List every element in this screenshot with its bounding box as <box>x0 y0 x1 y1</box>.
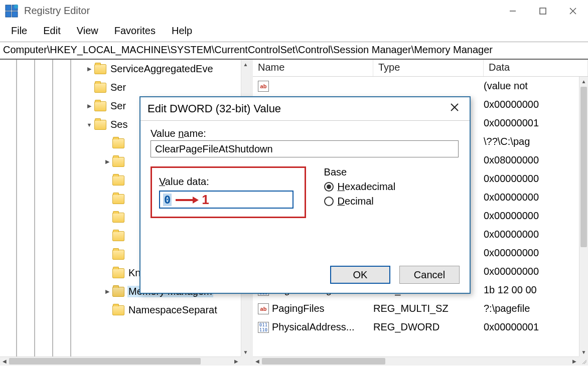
cell-data: \??\C:\pag <box>484 136 579 147</box>
maximize-button[interactable] <box>528 0 558 22</box>
list-vertical-scrollbar[interactable]: ▲ ▼ <box>579 77 588 356</box>
cell-data: 0x00000000 <box>484 210 579 222</box>
folder-icon <box>94 83 106 93</box>
cell-data: 0x00000000 <box>484 266 579 277</box>
scroll-up-icon[interactable]: ▲ <box>579 77 588 86</box>
close-button[interactable] <box>558 0 588 22</box>
menu-view[interactable]: View <box>70 24 105 38</box>
folder-icon <box>112 268 124 278</box>
scroll-up-icon[interactable]: ▲ <box>241 60 250 69</box>
title-bar: Registry Editor <box>0 0 588 22</box>
list-row[interactable]: 011110PhysicalAddress...REG_DWORD0x00000… <box>253 318 579 336</box>
window-title: Registry Editor <box>24 5 498 17</box>
cell-name: PagingFiles <box>272 303 373 314</box>
folder-icon <box>94 64 106 74</box>
folder-icon <box>112 157 124 167</box>
ok-button[interactable]: OK <box>330 266 390 284</box>
scroll-right-icon[interactable]: ▶ <box>570 358 579 364</box>
tree-item[interactable]: ▶ServiceAggregatedEve <box>0 60 241 78</box>
cancel-button[interactable]: Cancel <box>399 266 460 284</box>
scroll-thumb[interactable] <box>262 358 385 364</box>
svg-marker-12 <box>193 197 199 204</box>
svg-rect-0 <box>6 5 11 11</box>
base-label: Base <box>324 166 396 178</box>
list-horizontal-scrollbar[interactable]: ◀ ▶ <box>253 356 579 365</box>
binary-value-icon: 011110 <box>258 322 269 333</box>
scroll-thumb[interactable] <box>580 87 587 247</box>
folder-icon <box>112 194 124 204</box>
list-row[interactable]: abPagingFilesREG_MULTI_SZ?:\pagefile <box>253 299 579 318</box>
folder-icon <box>94 101 106 111</box>
scroll-down-icon[interactable]: ▼ <box>241 347 250 356</box>
minimize-button[interactable] <box>498 0 528 22</box>
list-header: Name Type Data <box>253 60 588 77</box>
string-value-icon: ab <box>258 303 269 314</box>
dialog-buttons: OK Cancel <box>330 266 460 284</box>
tree-item[interactable]: Ser <box>0 78 241 97</box>
cell-data: 0x00000000 <box>484 247 579 259</box>
cell-type: REG_MULTI_SZ <box>373 303 484 314</box>
value-data-label: Value data: <box>159 176 298 188</box>
radio-decimal[interactable]: Decimal <box>324 196 396 207</box>
folder-icon <box>112 138 124 148</box>
dec-label: Decimal <box>338 196 374 207</box>
menu-help[interactable]: Help <box>165 24 199 38</box>
cell-data: 0x00000000 <box>484 229 579 240</box>
radio-hexadecimal[interactable]: Hexadecimal <box>324 181 396 193</box>
value-name-input[interactable] <box>151 140 459 157</box>
menu-edit[interactable]: Edit <box>36 24 67 38</box>
menu-favorites[interactable]: Favorites <box>107 24 163 38</box>
cell-data: 0x00000000 <box>484 99 579 110</box>
menu-bar: File Edit View Favorites Help <box>0 22 588 42</box>
value-name-label: Value name: <box>151 128 460 139</box>
string-value-icon: ab <box>258 81 269 92</box>
list-row[interactable]: ab(value not <box>253 77 579 95</box>
tree-item-label: Ser <box>109 100 127 112</box>
scroll-right-icon[interactable]: ▶ <box>232 358 241 364</box>
column-name[interactable]: Name <box>253 60 373 76</box>
folder-icon <box>112 287 124 297</box>
scroll-left-icon[interactable]: ◀ <box>253 358 262 364</box>
scroll-left-icon[interactable]: ◀ <box>0 358 9 364</box>
column-type[interactable]: Type <box>373 60 484 76</box>
expander-icon[interactable]: ▶ <box>84 66 94 72</box>
expander-icon[interactable]: ▼ <box>84 122 94 128</box>
tree-item-label: NamespaceSeparat <box>127 304 218 316</box>
cell-type: REG_DWORD <box>373 321 484 333</box>
expander-icon[interactable]: ▶ <box>84 103 94 109</box>
expander-icon[interactable]: ▶ <box>102 158 112 165</box>
close-icon[interactable] <box>447 102 463 115</box>
resize-grip[interactable] <box>579 356 588 365</box>
cell-data: (value not <box>484 80 579 92</box>
scroll-corner <box>241 356 250 365</box>
base-group: Base Hexadecimal Decimal <box>324 166 396 207</box>
scroll-down-icon[interactable]: ▼ <box>579 347 588 356</box>
cell-data: 0x00000001 <box>484 117 579 129</box>
cell-data: 0x00000000 <box>484 173 579 185</box>
folder-icon <box>112 250 124 260</box>
value-data-current: 0 <box>163 194 172 206</box>
value-data-group: Value data: 0 1 <box>151 166 306 218</box>
tree-item-label: Ser <box>109 82 127 93</box>
svg-rect-3 <box>12 12 18 17</box>
menu-file[interactable]: File <box>4 24 34 38</box>
dialog-body: Value name: Value data: 0 1 Base Hexadec… <box>140 123 470 221</box>
scroll-thumb[interactable] <box>9 358 201 364</box>
cell-name: PhysicalAddress... <box>272 321 373 333</box>
tree-horizontal-scrollbar[interactable]: ◀ ▶ <box>0 356 241 365</box>
svg-rect-2 <box>6 12 11 17</box>
svg-point-4 <box>14 5 18 9</box>
tree-item[interactable]: NamespaceSeparat <box>0 301 241 319</box>
expander-icon[interactable]: ▶ <box>102 288 112 295</box>
value-data-input[interactable]: 0 1 <box>159 191 293 209</box>
address-bar[interactable]: Computer\HKEY_LOCAL_MACHINE\SYSTEM\Curre… <box>0 42 588 60</box>
folder-icon <box>94 120 106 130</box>
cell-data: 0x08000000 <box>484 154 579 166</box>
column-data[interactable]: Data <box>484 60 588 76</box>
folder-icon <box>112 175 124 186</box>
cell-data: 0x00000000 <box>484 192 579 203</box>
cell-data: 0x00000001 <box>484 321 579 333</box>
folder-icon <box>112 213 124 223</box>
cell-data: ?:\pagefile <box>484 303 579 314</box>
hex-label: Hexadecimal <box>338 181 396 193</box>
